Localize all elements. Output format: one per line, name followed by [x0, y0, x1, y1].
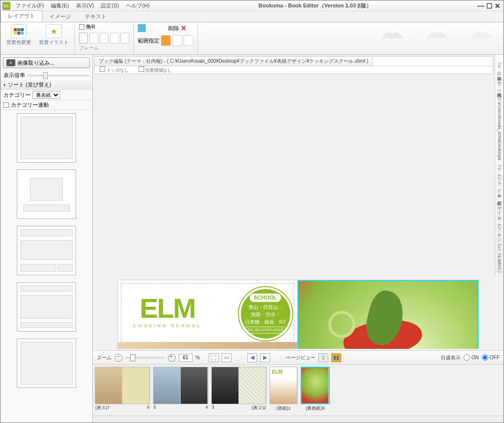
range-label: 範囲指定	[138, 37, 159, 44]
template-thumb[interactable]	[17, 113, 76, 163]
image-import-button[interactable]: 画像取り込み...	[3, 57, 90, 68]
range-opt-3[interactable]	[184, 35, 194, 46]
camera-icon	[6, 59, 15, 66]
category-label: カテゴリー	[3, 91, 31, 99]
zoom-input[interactable]	[179, 354, 193, 362]
bg-illust-button[interactable]: ★ 背景イラスト	[37, 23, 71, 47]
horizontal-scrollbar[interactable]	[93, 416, 504, 423]
display-ratio-slider[interactable]	[27, 75, 89, 77]
scale-off-radio[interactable]: OFF	[482, 354, 500, 361]
strip-item[interactable]: (表３)76	[95, 367, 150, 411]
bottom-toolbar: ズーム % ⛶ ▭ ◀ ▶ ページビュー ▯ ▮▮ 目盛表示 ON OFF	[93, 350, 504, 364]
menu-help[interactable]: ヘルプ(H)	[123, 1, 153, 10]
range-opt-2[interactable]	[172, 35, 182, 46]
minimize-button[interactable]: —	[477, 2, 484, 10]
display-ratio-label: 表示倍率	[3, 72, 25, 79]
scale-on-radio[interactable]: ON	[464, 354, 479, 361]
zoom-label: ズーム	[97, 354, 112, 361]
tombo-check[interactable]: トンボなし	[100, 66, 129, 74]
template-thumb[interactable]	[17, 169, 76, 219]
prev-page-button[interactable]: ◀	[247, 353, 257, 362]
right-page-selected[interactable]: [編集後記 山田] 今月の社内報いかがでしたか。エルム社長の今期経営方針を私も読…	[298, 280, 479, 349]
category-link-label: カテゴリー連動	[11, 101, 49, 109]
tab-text[interactable]: テキスト	[78, 11, 114, 22]
titlebar: BK ファイル(F) 編集(E) 表示(V) 設定(S) ヘルプ(H) Book…	[0, 0, 504, 11]
school-circle[interactable]: SCHOOL 青山・代官山・ 池袋・渋谷・ 日本橋・銀座・NY TEL:03-X…	[239, 287, 292, 340]
window-title: Bookuma - Book Editor（Version 1.03 β版）	[153, 2, 477, 9]
strip-item[interactable]: 54	[153, 367, 208, 410]
page-strip[interactable]: (表３)76 54 3(表２)2 ELM (表紙)1 (裏表紙)8	[93, 364, 504, 416]
frame-opt-2[interactable]	[89, 33, 98, 43]
template-list[interactable]	[0, 110, 92, 423]
menu-settings[interactable]: 設定(S)	[98, 1, 122, 10]
frame-caption: フレーム	[79, 44, 99, 51]
caution-check[interactable]: 注意領域なし	[139, 66, 172, 74]
frame-opt-4[interactable]	[110, 33, 119, 43]
left-page[interactable]: ELM COOKING SCHOOL SCHOOL 青山・代官山・ 池袋・渋谷・…	[118, 280, 297, 349]
menu-edit[interactable]: 編集(E)	[48, 1, 72, 10]
cooking-photo[interactable]	[118, 342, 297, 349]
decorative-books	[380, 25, 494, 42]
category-link-checkbox[interactable]	[3, 102, 9, 108]
next-page-button[interactable]: ▶	[260, 353, 270, 362]
select-tool-icon[interactable]	[138, 24, 146, 32]
template-thumb[interactable]	[17, 282, 76, 332]
scale-label: 目盛表示	[441, 354, 461, 361]
pageview-spread-icon[interactable]: ▮▮	[331, 353, 341, 362]
menu-file[interactable]: ファイル(F)	[12, 1, 47, 10]
strip-item[interactable]: 3(表２)2	[211, 367, 267, 411]
chevron-down-icon: ▾	[3, 83, 6, 87]
bg-color-button[interactable]: 背景色変更	[4, 23, 33, 47]
page-spread: ELM COOKING SCHOOL SCHOOL 青山・代官山・ 池袋・渋谷・…	[118, 280, 478, 349]
strip-item[interactable]: (裏表紙)8	[301, 367, 330, 412]
frame-opt-3[interactable]	[100, 33, 109, 43]
strip-item[interactable]: ELM (表紙)1	[270, 367, 298, 412]
fit-width-button[interactable]: ⛶	[209, 353, 219, 362]
frame-opt-1[interactable]	[79, 33, 88, 43]
left-panel: 画像取り込み... 表示倍率 ▾ ソート (並び替え) カテゴリー 裏表紙 カテ…	[0, 55, 93, 423]
vertical-doc-tab[interactable]: ブック編集 (テーマ：社内報) - ( C:¥Users¥osaki_000¥D…	[495, 55, 504, 276]
close-button[interactable]: ✕	[495, 2, 501, 10]
ribbon: 背景色変更 ★ 背景イラスト 角R フレーム 削除 ✖ 範囲指定	[0, 22, 504, 55]
star-doc-icon: ★	[46, 24, 62, 38]
tab-layout[interactable]: レイアウト	[0, 10, 42, 22]
menu-bar: ファイル(F) 編集(E) 表示(V) 設定(S) ヘルプ(H)	[12, 1, 153, 10]
document-tab-bar: ブック編集 (テーマ：社内報) - ( C:¥Users¥osaki_000¥D…	[94, 56, 493, 66]
elm-logo-block[interactable]: ELM COOKING SCHOOL	[123, 285, 212, 339]
category-select[interactable]: 裏表紙	[33, 91, 60, 99]
canvas[interactable]: ELM COOKING SCHOOL SCHOOL 青山・代官山・ 池袋・渋谷・…	[94, 277, 502, 349]
app-icon: BK	[2, 2, 10, 10]
menu-view[interactable]: 表示(V)	[73, 1, 97, 10]
pageview-label: ページビュー	[286, 354, 315, 361]
zoom-in-icon[interactable]	[168, 354, 176, 362]
ribbon-tabs: レイアウト イメージ テキスト	[0, 11, 504, 22]
fit-page-button[interactable]: ▭	[222, 353, 232, 362]
editor-area: ブック編集 (テーマ：社内報) - ( C:¥Users¥osaki_000¥D…	[93, 55, 504, 423]
maximize-button[interactable]: ☐	[486, 2, 493, 10]
zoom-slider[interactable]	[125, 357, 165, 359]
pageview-single-icon[interactable]: ▯	[318, 353, 328, 362]
document-tab[interactable]: ブック編集 (テーマ：社内報) - ( C:¥Users¥osaki_000¥D…	[95, 57, 373, 66]
template-thumb[interactable]	[17, 338, 76, 388]
palette-icon	[11, 24, 27, 38]
frame-opt-5[interactable]	[120, 33, 129, 43]
delete-icon[interactable]: ✖	[181, 24, 187, 32]
tab-image[interactable]: イメージ	[42, 11, 78, 22]
template-thumb[interactable]	[17, 226, 76, 275]
sort-header[interactable]: ▾ ソート (並び替え)	[0, 80, 92, 90]
delete-label: 削除	[168, 25, 179, 32]
corner-r-checkbox[interactable]	[79, 24, 84, 30]
range-opt-1[interactable]	[161, 35, 171, 46]
zoom-out-icon[interactable]	[115, 354, 122, 362]
